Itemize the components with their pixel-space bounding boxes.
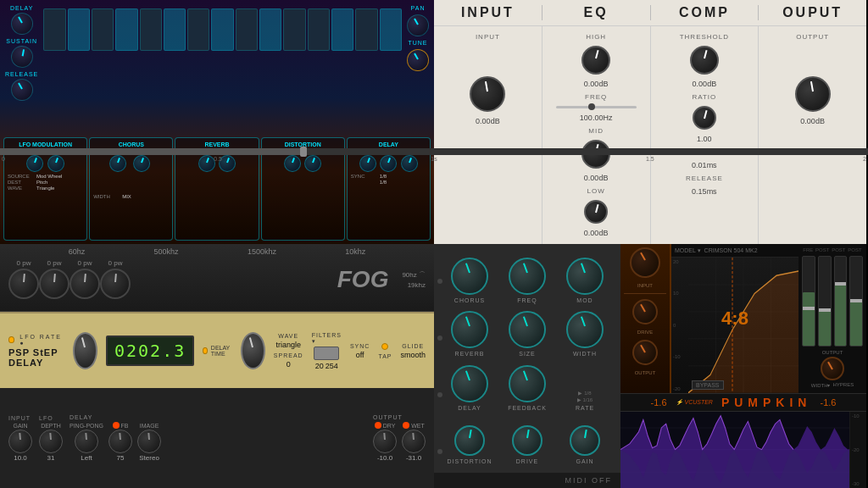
piano-key[interactable]	[283, 8, 305, 51]
midi-side-dots	[437, 244, 442, 488]
eq-output-title: OUPUT	[759, 5, 866, 20]
piano-key[interactable]	[43, 8, 65, 51]
pump-output-knob[interactable]	[632, 340, 658, 365]
piano-key[interactable]	[115, 8, 137, 51]
rack-pingpong-label: PING-PONG	[70, 423, 103, 429]
midi-size-knob[interactable]	[509, 311, 546, 348]
piano-key[interactable]	[92, 8, 114, 51]
eq-high-label: HIGH	[586, 33, 606, 41]
pumpkin-faders: FRE POST POST POST	[798, 244, 866, 393]
pumpkin-fader-thumb-3	[835, 282, 847, 286]
pumpkin-fader-4[interactable]	[849, 256, 863, 347]
rack-delay-label: DELAY	[70, 414, 366, 420]
midi-off-button[interactable]: MIDI OFF	[565, 476, 613, 485]
eq-section-input: INPUT	[434, 5, 542, 20]
pump-input-knob[interactable]	[630, 247, 660, 278]
pumpkin-output-label-2: OUTPUT	[822, 350, 843, 355]
pumpkin-db-0: 0	[673, 323, 687, 328]
midi-gain-knob[interactable]	[570, 425, 600, 456]
release-knob[interactable]	[11, 79, 33, 101]
rack-fb-knob[interactable]	[108, 430, 132, 453]
piano-key[interactable]	[68, 8, 90, 51]
midi-width-label: WIDTH	[573, 351, 597, 357]
midi-width-knob[interactable]	[566, 311, 604, 348]
midi-reverb-knob[interactable]	[451, 311, 488, 348]
eq-freq-slider[interactable]	[556, 106, 637, 108]
piano-key[interactable]	[187, 8, 209, 51]
pumpkin-fader-2[interactable]	[818, 256, 832, 347]
eq-section-comp: COMP	[651, 5, 760, 20]
midi-width-cell: WIDTH	[558, 307, 612, 358]
pumpkin-output-knob-2[interactable]	[821, 357, 844, 380]
pumpkin-neg-16-right: -1.6	[820, 397, 836, 408]
eq-low-value: 0.00dB	[584, 229, 609, 237]
tune-knob[interactable]	[407, 49, 429, 71]
psp-display: 0202.3	[106, 336, 194, 366]
rack-dry-indicator	[375, 422, 381, 429]
rack-wet-indicator	[403, 422, 409, 429]
pump-drive-knob[interactable]	[632, 299, 658, 324]
pumpkin-db-10: 10	[673, 291, 687, 296]
synth-panel: DELAY SUSTAIN RELEASE	[0, 0, 434, 244]
reverb-title: REVERB	[179, 141, 254, 147]
midi-feedback-knob[interactable]	[509, 365, 546, 402]
piano-key[interactable]	[164, 8, 186, 51]
pumpkin-fader-fill-4	[850, 301, 862, 345]
comp-ratio-label: RATIO	[692, 93, 716, 101]
fog-freq-range-high: 19khz	[408, 281, 426, 289]
output-level-knob[interactable]	[795, 76, 831, 112]
midi-chorus-cell: CHORUS	[442, 252, 497, 303]
delay-label: DELAY	[10, 5, 33, 11]
psp-filters-fader[interactable]	[314, 347, 339, 360]
eq-high-knob[interactable]	[581, 46, 610, 75]
psp-lfo-knob[interactable]	[73, 332, 97, 369]
piano-key[interactable]	[211, 8, 233, 51]
piano-key[interactable]	[236, 8, 258, 51]
piano-key[interactable]	[331, 8, 353, 51]
rack-depth-knob[interactable]	[39, 430, 63, 453]
midi-distortion-knob[interactable]	[454, 425, 485, 456]
rack-dry-knob[interactable]	[373, 430, 397, 453]
fog-knob-2[interactable]	[39, 269, 70, 299]
eq-freq-label: FREQ	[585, 93, 607, 101]
midi-mod-knob[interactable]	[566, 258, 604, 295]
pumpkin-fader-1[interactable]	[802, 256, 815, 347]
midi-drive-knob[interactable]	[512, 425, 542, 456]
pumpkin-top: INPUT DRIVE OUTPUT MODEL ▾ CRIMSON 504 M…	[620, 244, 866, 393]
pumpkin-bypass-button[interactable]: BYPASS	[692, 380, 724, 390]
rack-pingpong-knob[interactable]	[75, 430, 98, 453]
psp-filters-high-val: 254	[326, 362, 338, 370]
piano-key[interactable]	[259, 8, 281, 51]
rack-image-val: Stereo	[139, 454, 159, 462]
sustain-knob[interactable]	[6, 42, 37, 73]
midi-chorus-knob[interactable]	[451, 258, 488, 295]
rack-image-knob[interactable]	[137, 430, 161, 453]
fog-knob-4[interactable]	[100, 269, 131, 299]
midi-delay-knob[interactable]	[451, 365, 488, 402]
midi-freq-knob[interactable]	[509, 258, 546, 295]
rack-gain-knob[interactable]	[8, 430, 32, 453]
psp-lfo-rate-indicator	[8, 336, 14, 343]
fog-knob-1[interactable]	[8, 269, 39, 299]
piano-key[interactable]	[380, 8, 402, 51]
eq-low-knob[interactable]	[584, 200, 608, 224]
rack-depth-label: DEPTH	[41, 423, 61, 429]
piano-key[interactable]	[355, 8, 377, 51]
pan-knob[interactable]	[407, 14, 429, 36]
input-level-knob[interactable]	[470, 76, 505, 112]
comp-ratio-knob[interactable]	[693, 106, 716, 130]
comp-threshold-knob[interactable]	[690, 46, 719, 75]
psp-delay-knob[interactable]	[241, 332, 265, 369]
midi-reverb-cell: REVERB	[442, 307, 497, 358]
delay-knob[interactable]	[11, 13, 33, 35]
piano-key[interactable]	[308, 8, 330, 51]
piano-key[interactable]	[140, 8, 162, 51]
psp-glide-val: smooth	[400, 351, 426, 359]
rack-wet-knob[interactable]	[402, 430, 426, 453]
fog-panel: 60hz 500khz 1500khz 10khz 0 pw 0 pw 0 pw	[0, 244, 434, 488]
pumpkin-fader-3[interactable]	[834, 256, 848, 347]
psp-filters-label: FILTERS ▾	[312, 332, 342, 345]
fog-knob-group-4: 0 pw	[100, 259, 131, 299]
fog-knob-group-3: 0 pw	[70, 259, 100, 299]
fog-knob-3[interactable]	[70, 269, 100, 299]
